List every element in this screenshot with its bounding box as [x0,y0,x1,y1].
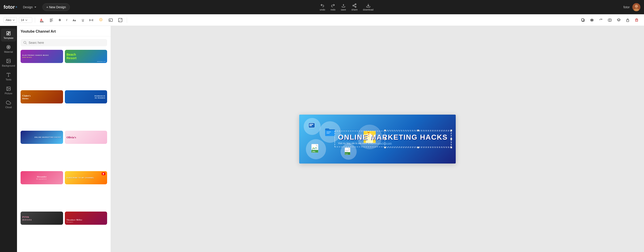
icon-circle-chat [304,118,321,135]
svg-rect-51 [326,132,331,132]
svg-rect-50 [309,125,312,126]
template-card[interactable]: BeachResort www.fotor.com [65,50,107,63]
distribute-icon [590,18,594,22]
svg-text:XLS: XLS [345,153,348,155]
folder-icon [324,126,336,138]
duplicate-button[interactable] [579,17,587,23]
text-bg-button[interactable]: A [107,17,115,23]
sidebar-item-picture[interactable]: Picture [1,84,16,97]
layers-button[interactable] [615,17,622,23]
fontsize-icon: Aa [72,18,76,22]
svg-point-1 [353,5,354,6]
download-button[interactable]: download [363,3,374,11]
bold-button[interactable]: B [57,17,62,22]
svg-text:Aa: Aa [73,19,76,22]
picture-icon [6,86,11,91]
sidebar-item-template[interactable]: Template [1,28,16,41]
template-card[interactable]: Claire'sKitchen [20,90,63,103]
delete-button[interactable] [633,17,640,23]
avatar-image [632,3,640,11]
xls-icon: XLS [344,147,353,156]
svg-line-3 [354,6,355,6]
separator-2 [127,17,127,23]
svg-rect-23 [582,19,584,21]
search-input[interactable] [28,41,104,44]
nav-right: fotor [624,3,640,11]
svg-rect-48 [308,123,315,128]
template-icon [6,31,11,36]
sidebar-item-texts[interactable]: Texts [1,70,16,83]
template-card[interactable]: Theodore MillerDesigner [65,212,107,225]
background-icon [6,58,11,63]
svg-text:JPG: JPG [312,151,316,152]
chat-icon [308,122,317,131]
template-card[interactable]: PINKHAVANA [20,212,63,225]
template-card[interactable]: ROMANCEIN RODEO [65,90,107,103]
avatar[interactable] [632,3,640,11]
main-area: Template Material Background Texts Pictu… [0,26,644,252]
top-nav: fotor® Design + New Design undo redo sav… [0,0,644,14]
svg-point-45 [8,88,8,88]
toolbar-right-actions [579,17,640,23]
share-button[interactable]: share [352,3,358,11]
font-dropdown-icon [12,19,15,21]
canvas-subtitle-link[interactable]: www.fotor.com [377,142,392,145]
svg-rect-49 [309,124,313,125]
undo-button[interactable]: undo [320,3,325,11]
template-card[interactable]: AlexanderOrganics [20,171,63,184]
template-card[interactable]: Olivia's [65,131,107,144]
size-dropdown-icon [25,19,28,21]
svg-rect-38 [7,34,8,35]
jpg-icon: JPG [310,144,322,155]
align-button[interactable] [48,17,55,23]
chevron-down-icon [34,6,37,8]
font-size-button[interactable]: Aa [71,17,78,23]
canvas-text-overlay[interactable]: ONLINE MARKETING HACKS Visit my blog sit… [334,131,451,147]
canvas-area: JPG XLS [111,26,644,252]
svg-rect-62 [345,151,348,151]
canvas-main-title: ONLINE MARKETING HACKS [338,134,448,141]
redo-icon [331,3,335,8]
canvas-wrapper: JPG XLS [299,115,456,164]
sidebar-icon-bar: Template Material Background Texts Pictu… [0,26,17,252]
icon-circle-jpg: JPG [306,139,326,159]
svg-rect-56 [312,147,317,149]
rotate-button[interactable] [597,17,605,23]
panel-title: Youtube Channel Art [20,29,107,33]
underline-button[interactable]: U [80,17,86,22]
letter-spacing-button[interactable] [88,17,95,23]
texts-icon [6,72,11,77]
font-family-selector[interactable]: Aleo [4,17,17,23]
svg-text:A: A [40,18,43,22]
redo-button[interactable]: redo [330,3,336,11]
italic-button[interactable]: I [64,17,69,22]
new-design-button[interactable]: + New Design [42,3,70,11]
sidebar-item-cloud[interactable]: Cloud [1,98,16,111]
template-card[interactable]: ONLINE MARKETING HACKS [20,131,63,144]
align-center-button[interactable] [606,17,614,23]
spacing-icon [89,18,93,22]
lock-button[interactable] [624,17,632,23]
design-canvas[interactable]: JPG XLS [299,115,456,164]
opacity-button[interactable] [116,17,124,23]
share-icon [352,3,357,8]
save-button[interactable]: save [341,3,346,11]
template-card[interactable]: ELECTRONIC DANCE MUSICEDM MIXES [20,50,63,63]
template-card[interactable]: SUBSCRIBE TO MY CHANNEL [65,171,107,184]
sidebar-item-material[interactable]: Material [1,42,16,55]
download-icon [366,3,370,8]
svg-rect-61 [345,150,349,151]
layers-icon [617,18,621,22]
sidebar-item-background[interactable]: Background [1,56,16,69]
user-name: fotor [624,5,630,9]
design-dropdown[interactable]: Design [21,4,39,10]
align-distribute-button[interactable] [588,17,596,23]
text-color-button[interactable]: A [38,17,46,23]
search-bar[interactable] [20,39,107,46]
highlight-button[interactable] [97,17,105,23]
save-icon [341,3,346,8]
cloud-icon [6,100,11,105]
template-grid: ELECTRONIC DANCE MUSICEDM MIXES BeachRes… [17,48,111,252]
font-size-selector[interactable]: 14 [19,17,32,23]
svg-point-46 [24,41,26,43]
